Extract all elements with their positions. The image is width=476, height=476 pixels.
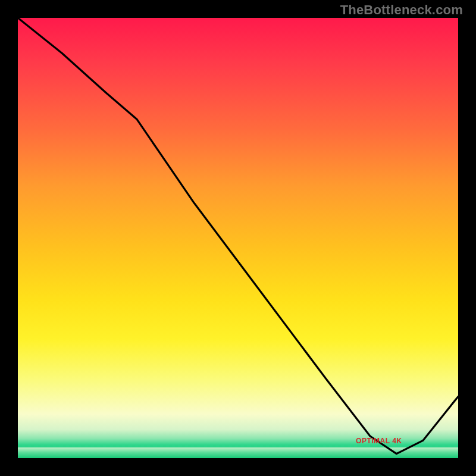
watermark-text: TheBottleneck.com	[340, 2, 463, 18]
line-series	[18, 18, 458, 458]
series-path	[18, 18, 458, 454]
plot-area: OPTIMAL 4K	[18, 18, 458, 458]
chart-frame: TheBottleneck.com OPTIMAL 4K	[0, 0, 476, 476]
optimal-annotation: OPTIMAL 4K	[356, 437, 402, 445]
